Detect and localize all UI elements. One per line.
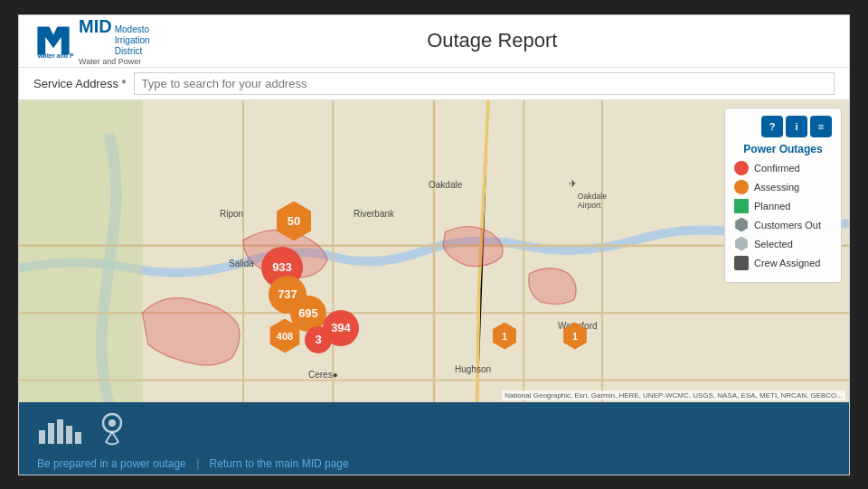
- location-pin-icon: [97, 410, 128, 447]
- legend-assessing: Assessing: [734, 180, 832, 194]
- svg-text:Airport: Airport: [578, 200, 601, 209]
- outage-394[interactable]: 394: [323, 310, 359, 346]
- header: Water and Power MID Modesto Irrigation D…: [19, 15, 849, 68]
- svg-rect-16: [48, 423, 54, 444]
- legend-title: Power Outages: [734, 143, 832, 155]
- logo-area: Water and Power MID Modesto Irrigation D…: [33, 16, 150, 66]
- city-riverbank: Riverbank: [354, 209, 394, 219]
- page-title-area: Outage Report: [150, 29, 835, 52]
- svg-text:Oakdale: Oakdale: [578, 191, 607, 200]
- map-container[interactable]: ✈ Oakdale Airport Oakdale Riverbank Sali…: [19, 100, 849, 402]
- assessing-icon: [734, 180, 749, 194]
- logo-tagline: Water and Power: [79, 57, 150, 66]
- footer-separator: |: [196, 457, 202, 470]
- footer-icons: [37, 410, 128, 447]
- legend-customers-out: Customers Out: [734, 218, 832, 232]
- address-search-input[interactable]: [134, 72, 835, 95]
- crew-assigned-icon: [734, 256, 749, 270]
- info-button[interactable]: i: [786, 116, 807, 137]
- customers-out-icon: [734, 218, 749, 232]
- svg-rect-19: [75, 432, 81, 444]
- service-address-label: Service Address *: [33, 77, 127, 90]
- svg-text:✈: ✈: [569, 178, 577, 189]
- legend-planned: Planned: [734, 199, 832, 213]
- legend-toolbar: ? i ≡: [734, 116, 832, 137]
- city-ceres: Ceres●: [308, 370, 338, 380]
- legend-selected: Selected: [734, 237, 832, 251]
- legend-panel: ? i ≡ Power Outages Confirmed Assessing …: [724, 108, 842, 283]
- footer-top: [19, 403, 849, 454]
- main-page-link[interactable]: Return to the main MID page: [210, 457, 349, 470]
- menu-button[interactable]: ≡: [810, 116, 832, 137]
- city-salida: Salida: [229, 259, 254, 268]
- preparedness-link[interactable]: Be prepared in a power outage: [37, 457, 186, 470]
- legend-confirmed: Confirmed: [734, 161, 832, 175]
- footer-area: Be prepared in a power outage | Return t…: [19, 402, 849, 475]
- city-hughson: Hughson: [455, 364, 491, 374]
- mid-logo: Water and Power: [33, 23, 73, 59]
- svg-rect-2: [19, 100, 142, 402]
- svg-point-21: [108, 419, 116, 427]
- logo-mid: MID: [79, 16, 112, 37]
- svg-text:Water and Power: Water and Power: [37, 52, 73, 59]
- map-attribution: National Geographic, Esri, Garmin, HERE,…: [502, 390, 845, 400]
- address-bar: Service Address *: [19, 68, 849, 100]
- footer-links-row: Be prepared in a power outage | Return t…: [19, 454, 849, 474]
- legend-crew-assigned: Crew Assigned: [734, 256, 832, 270]
- svg-rect-17: [57, 419, 63, 444]
- page-title: Outage Report: [427, 29, 557, 52]
- confirmed-icon: [734, 161, 749, 175]
- bar-chart-icon: [37, 412, 82, 444]
- svg-rect-18: [66, 426, 72, 444]
- selected-icon: [734, 237, 749, 251]
- help-button[interactable]: ?: [761, 116, 783, 137]
- city-oakdale: Oakdale: [429, 180, 462, 190]
- planned-icon: [734, 199, 749, 213]
- city-ripon: Ripon: [220, 209, 243, 219]
- logo-district-name: Modesto Irrigation District: [115, 24, 150, 57]
- svg-rect-15: [39, 430, 45, 444]
